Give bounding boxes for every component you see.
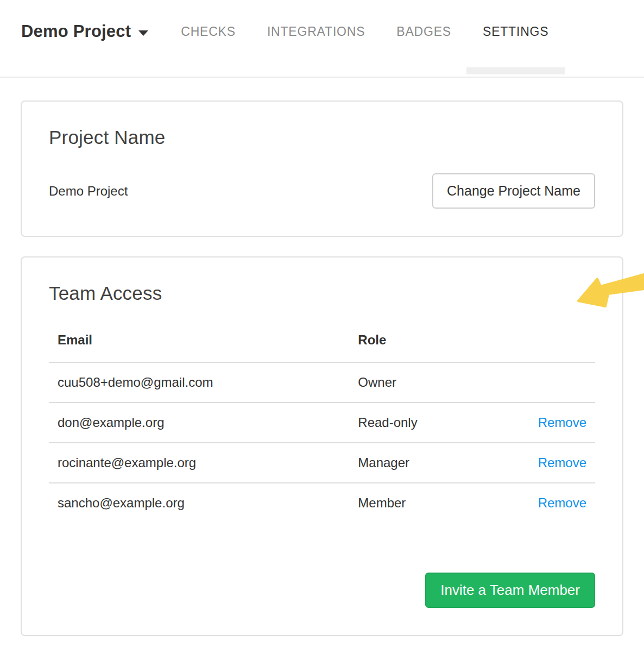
team-access-card: Team Access Email Role cuu508+demo@gmail… <box>21 256 623 636</box>
member-action-cell <box>513 362 595 403</box>
current-project-name: Demo Project <box>49 184 128 199</box>
member-action-cell: Remove <box>513 403 595 443</box>
table-header-row: Email Role <box>49 332 595 362</box>
member-role: Manager <box>349 443 513 483</box>
change-project-name-button[interactable]: Change Project Name <box>432 173 595 209</box>
tab-badges[interactable]: BADGES <box>396 24 451 39</box>
project-switcher-label: Demo Project <box>21 22 131 41</box>
settings-page: Project Name Demo Project Change Project… <box>0 78 644 636</box>
nav-tabs: CHECKS INTEGRATIONS BADGES SETTINGS <box>181 24 548 39</box>
member-email: cuu508+demo@gmail.com <box>49 362 349 403</box>
email-column-header: Email <box>49 332 349 362</box>
team-member-row: sancho@example.orgMemberRemove <box>49 483 595 523</box>
member-email: don@example.org <box>49 403 349 443</box>
role-column-header: Role <box>349 332 513 362</box>
tab-settings[interactable]: SETTINGS <box>466 24 565 39</box>
member-role: Read-only <box>349 403 513 443</box>
project-name-card: Project Name Demo Project Change Project… <box>21 100 623 237</box>
team-members-table: Email Role cuu508+demo@gmail.comOwnerdon… <box>49 332 595 523</box>
top-navigation: Demo Project CHECKS INTEGRATIONS BADGES … <box>0 0 644 78</box>
member-action-cell: Remove <box>513 443 595 483</box>
remove-member-link[interactable]: Remove <box>538 495 586 510</box>
active-tab-indicator <box>466 67 565 74</box>
tab-checks[interactable]: CHECKS <box>181 24 236 39</box>
chevron-down-icon <box>138 30 148 36</box>
project-name-card-title: Project Name <box>49 127 595 148</box>
member-role: Member <box>349 483 513 523</box>
member-email: rocinante@example.org <box>49 443 349 483</box>
project-switcher-dropdown[interactable]: Demo Project <box>21 22 148 41</box>
action-column-header <box>513 332 595 362</box>
member-email: sancho@example.org <box>49 483 349 523</box>
remove-member-link[interactable]: Remove <box>538 455 586 470</box>
remove-member-link[interactable]: Remove <box>538 415 586 430</box>
team-member-row: rocinante@example.orgManagerRemove <box>49 443 595 483</box>
tab-settings-label: SETTINGS <box>483 24 548 39</box>
team-member-row: cuu508+demo@gmail.comOwner <box>49 362 595 403</box>
invite-team-member-button[interactable]: Invite a Team Member <box>425 573 595 608</box>
member-role: Owner <box>349 362 513 403</box>
team-table-body: cuu508+demo@gmail.comOwnerdon@example.or… <box>49 362 595 523</box>
tab-integrations[interactable]: INTEGRATIONS <box>267 24 365 39</box>
team-member-row: don@example.orgRead-onlyRemove <box>49 403 595 443</box>
member-action-cell: Remove <box>513 483 595 523</box>
team-access-card-title: Team Access <box>49 282 595 304</box>
